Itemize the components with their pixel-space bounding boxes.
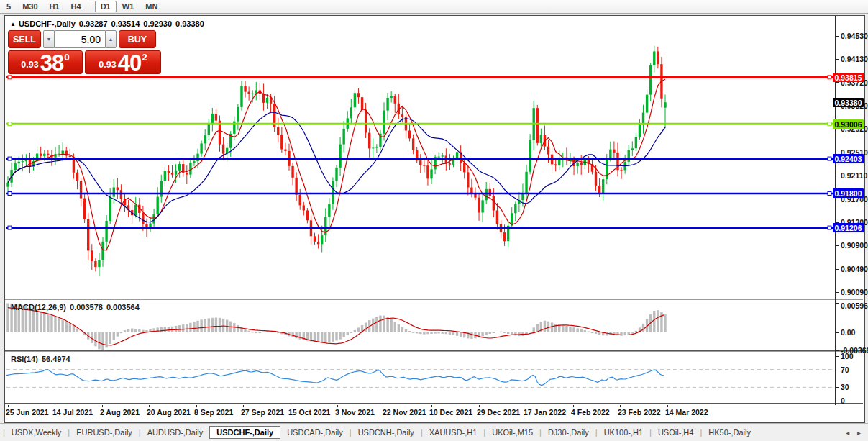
line-handle[interactable] xyxy=(828,157,831,160)
macd-histogram-bar xyxy=(365,322,367,332)
price-tick-label: 0.92110 xyxy=(841,171,867,180)
candle xyxy=(467,172,469,187)
rsi-indicator-pane[interactable] xyxy=(6,353,835,403)
candle xyxy=(628,150,630,161)
line-handle[interactable] xyxy=(828,226,831,229)
candle xyxy=(386,98,388,111)
chart-tab-hk50-daily[interactable]: HK50-,Daily xyxy=(702,426,757,439)
candle xyxy=(244,86,246,92)
sell-button[interactable]: SELL xyxy=(8,30,41,48)
macd-histogram-bar xyxy=(565,326,567,332)
line-handle[interactable] xyxy=(8,76,12,79)
chart-tab-eurusd-daily[interactable]: EURUSD-,Daily xyxy=(70,426,139,439)
buy-price-panel[interactable]: 0.93402 xyxy=(85,50,161,74)
chart-tab-usdchf-daily[interactable]: USDCHF-,Daily xyxy=(209,426,280,439)
macd-histogram-bar xyxy=(317,332,319,342)
timeframe-button-d1[interactable]: D1 xyxy=(95,1,117,12)
line-handle[interactable] xyxy=(8,226,12,229)
chart-tab-dj30-daily[interactable]: DJ30-,Daily xyxy=(542,426,595,439)
rsi-tick-label: 70 xyxy=(841,365,849,374)
macd-tick-label: 0.00 xyxy=(841,328,855,337)
macd-histogram-bar xyxy=(134,329,137,332)
timeframe-button-w1[interactable]: W1 xyxy=(117,1,140,12)
chart-title: ▲USDCHF-,Daily0.932870.935140.929300.933… xyxy=(10,19,204,28)
candle xyxy=(43,154,45,156)
ohlc-close: 0.93380 xyxy=(175,19,204,28)
pane-separator[interactable] xyxy=(5,350,863,352)
buy-button[interactable]: BUY xyxy=(119,30,156,48)
macd-histogram-bar xyxy=(193,322,195,332)
tab-scroll-arrows[interactable]: ◂ ▸ xyxy=(846,429,864,437)
macd-histogram-bar xyxy=(350,332,352,333)
chart-tab-usdcad-daily[interactable]: USDCAD-,Daily xyxy=(280,426,350,439)
chart-tab-uk100-h1[interactable]: UK100-,H1 xyxy=(598,426,649,439)
macd-tick xyxy=(836,303,839,304)
macd-histogram-bar xyxy=(533,327,535,332)
line-handle[interactable] xyxy=(8,191,12,195)
current-price-badge: 0.93380 xyxy=(833,98,864,107)
volume-input[interactable]: 5.00 xyxy=(55,30,105,48)
macd-histogram-bar xyxy=(237,325,239,332)
macd-histogram-bar xyxy=(299,332,301,340)
line-handle[interactable] xyxy=(8,122,12,126)
candle xyxy=(284,149,286,150)
volume-decrease-button[interactable]: ▼ xyxy=(43,30,55,48)
candle xyxy=(87,219,89,251)
chart-tab-usdx-weekly[interactable]: USDX,Weekly xyxy=(5,426,68,439)
candle xyxy=(277,127,279,135)
rsi-line xyxy=(6,370,664,386)
macd-histogram-bar xyxy=(328,332,330,342)
candle xyxy=(361,97,363,110)
rsi-label: RSI(14)56.4974 xyxy=(11,355,74,363)
price-tick-label: 0.90090 xyxy=(841,288,868,296)
macd-histogram-bar xyxy=(131,329,133,332)
macd-histogram-bar xyxy=(544,321,546,332)
candle xyxy=(332,181,334,204)
line-handle[interactable] xyxy=(828,122,831,126)
macd-histogram-bar xyxy=(657,310,659,332)
ohlc-low: 0.92930 xyxy=(143,19,172,28)
timeframe-button-h4[interactable]: H4 xyxy=(65,1,87,12)
macd-histogram-bar xyxy=(460,332,462,337)
date-tick-label: 27 Sep 2021 xyxy=(241,408,284,417)
pane-separator[interactable] xyxy=(5,299,863,300)
volume-increase-button[interactable]: ▲ xyxy=(105,30,117,48)
candle xyxy=(430,169,432,178)
line-handle[interactable] xyxy=(828,191,831,195)
macd-histogram-bar xyxy=(569,327,571,332)
line-handle[interactable] xyxy=(8,157,12,160)
chart-tabs-bar: |USDX,Weekly|EURUSD-,Daily|AUDUSD-,Daily… xyxy=(0,423,868,441)
chart-tab-audusd-daily[interactable]: AUDUSD-,Daily xyxy=(141,426,210,439)
macd-histogram-bar xyxy=(437,332,439,333)
macd-histogram-bar xyxy=(347,332,349,335)
level-price-badge: 0.91800 xyxy=(833,188,864,198)
collapse-icon[interactable]: ▲ xyxy=(10,21,16,27)
timeframe-button-mn[interactable]: MN xyxy=(140,1,163,12)
candle xyxy=(14,163,16,170)
line-handle[interactable] xyxy=(828,76,831,79)
timeframe-button-m30[interactable]: M30 xyxy=(17,1,43,12)
candle xyxy=(426,165,429,178)
date-tick xyxy=(55,405,55,407)
candle xyxy=(237,107,239,122)
candle xyxy=(317,242,319,245)
date-tick xyxy=(291,405,291,407)
macd-histogram-bar xyxy=(295,332,297,338)
pane-separator[interactable] xyxy=(5,403,863,404)
chart-tab-ukoil-m15[interactable]: UKOil-,M15 xyxy=(485,426,539,439)
sell-price-panel[interactable]: 0.93380 xyxy=(8,50,83,74)
chart-tab-usdcnh-daily[interactable]: USDCNH-,Daily xyxy=(352,426,421,439)
level-price-badge: 0.93815 xyxy=(833,73,864,82)
chart-tab-usoil-h4[interactable]: USOil-,H4 xyxy=(652,426,700,439)
chart-tab-xauusd-h1[interactable]: XAUUSD-,H1 xyxy=(423,426,484,439)
candle xyxy=(113,188,115,197)
sell-price-point: 0 xyxy=(64,52,70,63)
macd-histogram-bar xyxy=(408,331,411,332)
candle xyxy=(266,98,268,103)
rsi-name: RSI(14) xyxy=(11,355,38,363)
timeframe-button-5[interactable]: 5 xyxy=(1,1,17,12)
price-tick-label: 0.90900 xyxy=(841,241,868,250)
timeframe-button-h1[interactable]: H1 xyxy=(44,1,65,12)
candle xyxy=(299,195,301,206)
candle xyxy=(620,170,622,171)
